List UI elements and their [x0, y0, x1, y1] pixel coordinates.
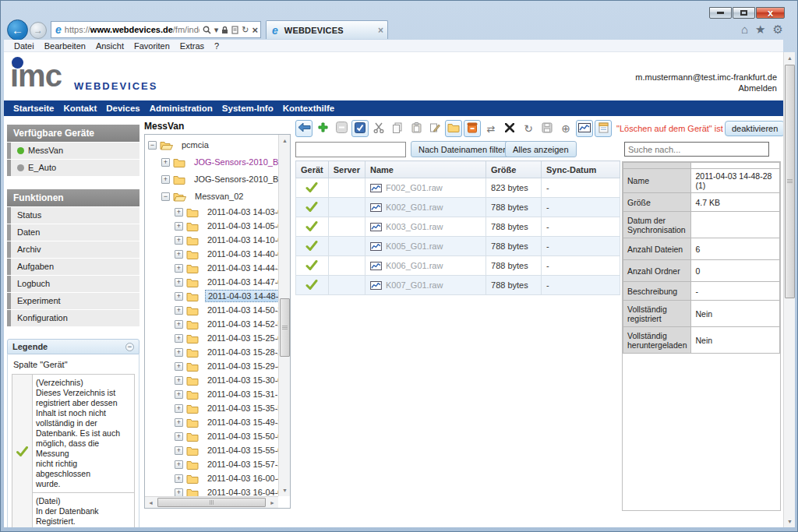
sync-button[interactable]: ⇄ — [482, 120, 500, 137]
save-button[interactable] — [538, 120, 556, 137]
expand-node-icon[interactable]: + — [161, 175, 170, 184]
back-button[interactable] — [295, 120, 312, 137]
tree-node-label[interactable]: Messvan_02 — [192, 191, 245, 202]
legend-header[interactable]: Legende − — [7, 339, 139, 354]
sidebar-item-experiment[interactable]: Experiment — [7, 293, 139, 309]
report-button[interactable] — [595, 120, 612, 137]
tree-horizontal-scrollbar[interactable]: ◄ ► — [145, 496, 278, 508]
deactivate-button[interactable]: deaktivieren — [725, 121, 785, 136]
file-row[interactable]: K003_G01.raw788 bytes- — [296, 217, 620, 237]
tree-node-label[interactable]: 2011-04-03 15-29-40 (2) — [205, 361, 278, 372]
tree-node[interactable]: +JOG-Sensors-2010_BAN_imcDe — [145, 171, 278, 188]
chart-button[interactable] — [576, 120, 593, 137]
sidebar-item-archiv[interactable]: Archiv — [7, 241, 139, 258]
tree-node[interactable]: +2011-04-03 15-25-03 (1) — [145, 331, 278, 345]
nav-system-info[interactable]: System-Info — [222, 104, 274, 113]
file-row[interactable]: K007_G01.raw788 bytes- — [296, 276, 620, 295]
collapse-node-icon[interactable]: − — [161, 192, 170, 201]
col-server[interactable]: Server — [328, 161, 365, 178]
menu-datei[interactable]: Datei — [14, 41, 34, 51]
col-name[interactable]: Name — [365, 161, 486, 178]
file-name-cell[interactable]: K005_G01.raw — [365, 237, 486, 256]
nav-kontexthilfe[interactable]: Kontexthilfe — [283, 104, 334, 113]
browser-back-button[interactable]: ← — [7, 19, 28, 41]
tree-node[interactable]: −Messvan_02 — [145, 188, 278, 205]
nav-devices[interactable]: Devices — [106, 104, 139, 113]
tree-node[interactable]: +2011-04-03 14-40-09 (1) — [145, 247, 278, 261]
tree-node-label[interactable]: 2011-04-03 14-10-00 (1) — [205, 234, 278, 245]
expand-node-icon[interactable]: + — [175, 474, 183, 483]
tree-node[interactable]: +2011-04-03 14-48-28 (1) — [145, 289, 278, 303]
tree-node[interactable]: −pcmcia — [145, 136, 278, 153]
show-all-button[interactable]: Alles anzeigen — [505, 141, 577, 157]
col-geraet[interactable]: Gerät — [296, 161, 329, 178]
file-name-cell[interactable]: K003_G01.raw — [365, 217, 486, 237]
sidebar-device-e-auto[interactable]: E_Auto — [7, 160, 139, 176]
tree-node-label[interactable]: 2011-04-03 15-28-25 (1) — [205, 347, 278, 358]
delete-folder-button[interactable] — [464, 120, 481, 137]
expand-node-icon[interactable]: + — [175, 404, 183, 413]
nav-startseite[interactable]: Startseite — [13, 104, 54, 113]
tree-node[interactable]: +2011-04-03 15-28-25 (1) — [145, 345, 278, 359]
expand-node-icon[interactable]: + — [175, 432, 183, 441]
register-checkbox-button[interactable] — [351, 120, 369, 137]
collapse-node-icon[interactable]: − — [148, 141, 157, 150]
tree-node[interactable]: +2011-04-03 15-57-30 (3) — [145, 457, 278, 471]
expand-node-icon[interactable]: + — [175, 418, 183, 427]
menu-help[interactable]: ? — [214, 41, 219, 51]
menu-bearbeiten[interactable]: Bearbeiten — [44, 41, 86, 51]
expand-node-icon[interactable]: + — [175, 208, 183, 217]
compatibility-icon[interactable] — [231, 26, 238, 34]
expand-node-icon[interactable]: + — [175, 264, 183, 273]
browser-scroll-thumb[interactable] — [785, 65, 795, 298]
tree-node-label[interactable]: 2011-04-03 15-50-00 (2) — [205, 431, 278, 442]
search-input[interactable] — [624, 142, 769, 157]
tree-node-label[interactable]: 2011-04-03 15-30-00 (2) — [205, 375, 278, 386]
refresh-button[interactable]: ↻ — [520, 120, 537, 137]
expand-node-icon[interactable]: + — [175, 334, 183, 343]
tree-node[interactable]: +2011-04-03 15-35-51 (1) — [145, 401, 278, 415]
tree-node[interactable]: +2011-04-03 15-55-00 (2) — [145, 443, 278, 457]
tree-node-label[interactable]: 2011-04-03 15-35-51 (1) — [205, 403, 278, 414]
expand-node-icon[interactable]: + — [175, 236, 183, 245]
tree-node[interactable]: +2011-04-03 15-30-00 (2) — [145, 373, 278, 387]
file-name-cell[interactable]: K006_G01.raw — [365, 256, 486, 276]
sidebar-item-logbuch[interactable]: Logbuch — [7, 276, 139, 292]
sidebar-item-aufgaben[interactable]: Aufgaben — [7, 259, 139, 275]
tree-node-label[interactable]: JOG-Sensors-2010_BAN — [192, 157, 278, 167]
search-icon[interactable] — [203, 26, 211, 34]
scroll-right-icon[interactable]: ► — [267, 498, 278, 508]
tree-node[interactable]: +2011-04-03 15-29-40 (2) — [145, 359, 278, 373]
col-groesse[interactable]: Größe — [486, 161, 542, 178]
target-button[interactable]: ⊕ — [557, 120, 574, 137]
refresh-icon[interactable]: ↻ — [242, 25, 249, 35]
sidebar-item-daten[interactable]: Daten — [7, 224, 139, 241]
browser-tab[interactable]: e WEBDEVICES × — [266, 20, 388, 39]
file-name-cell[interactable]: K002_G01.raw — [365, 198, 486, 217]
expand-node-icon[interactable]: + — [175, 348, 183, 357]
remove-button[interactable] — [333, 120, 350, 137]
file-row[interactable]: K002_G01.raw788 bytes- — [296, 198, 620, 217]
expand-node-icon[interactable]: + — [175, 460, 183, 469]
tree-node-label[interactable]: 2011-04-03 16-00-42 (4) — [205, 473, 278, 484]
expand-node-icon[interactable]: + — [175, 376, 183, 385]
close-button[interactable]: x — [756, 7, 785, 19]
tree-node-label[interactable]: pcmcia — [179, 139, 211, 150]
settings-gear-icon[interactable]: ⚙ — [773, 23, 783, 37]
sidebar-item-status[interactable]: Status — [7, 207, 139, 224]
browser-forward-button[interactable]: → — [30, 22, 47, 39]
address-bar[interactable]: e https://www.webdevices.de/fm/index/bi … — [51, 21, 261, 38]
scroll-up-icon[interactable]: ▲ — [280, 135, 290, 146]
rename-button[interactable] — [426, 120, 443, 137]
expand-node-icon[interactable]: + — [161, 158, 170, 167]
tree-node-label[interactable]: 2011-04-03 15-31-16 (1) — [205, 389, 278, 400]
expand-node-icon[interactable]: + — [175, 306, 183, 315]
tree-node-label[interactable]: 2011-04-03 16-04-09 (1) — [205, 487, 278, 496]
tree-node[interactable]: +2011-04-03 14-52-50 (1) — [145, 317, 278, 331]
file-row[interactable]: K005_G01.raw788 bytes- — [296, 237, 620, 256]
tree-node[interactable]: +2011-04-03 15-50-00 (2) — [145, 429, 278, 443]
expand-node-icon[interactable]: + — [175, 446, 183, 455]
scroll-up-icon[interactable]: ▲ — [785, 52, 795, 64]
expand-node-icon[interactable]: + — [175, 222, 183, 231]
tree-node[interactable]: +2011-04-03 14-50-34 (1) — [145, 303, 278, 317]
